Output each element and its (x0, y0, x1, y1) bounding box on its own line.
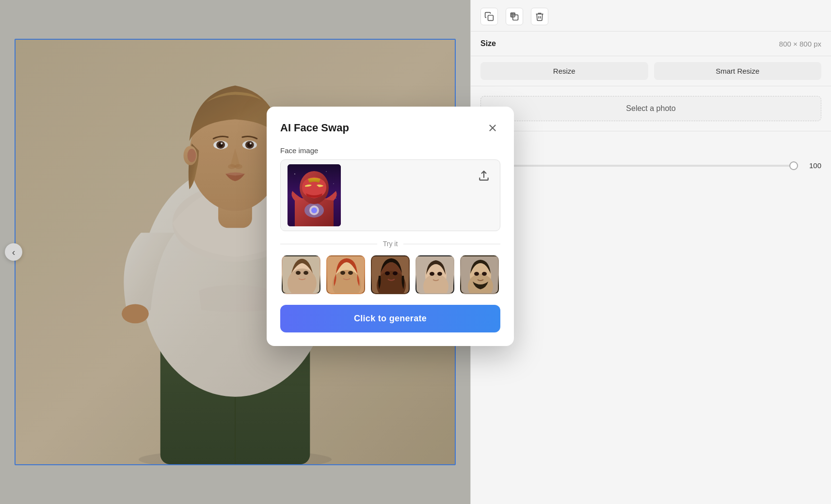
upload-icon-button[interactable] (475, 167, 493, 185)
size-row: Size 800 × 800 px (471, 32, 831, 56)
ai-face-swap-modal: AI Face Swap Face image (267, 107, 514, 346)
copy-button[interactable] (506, 8, 523, 25)
modal-close-button[interactable] (485, 120, 500, 136)
sample-face-5[interactable] (460, 255, 499, 294)
right-panel: Size 800 × 800 px Resize Smart Resize Se… (470, 0, 831, 504)
slider-track (480, 165, 798, 167)
size-value: 800 × 800 px (779, 40, 821, 48)
svg-point-38 (311, 207, 317, 213)
smart-resize-button[interactable]: Smart Resize (654, 62, 822, 80)
svg-rect-26 (513, 15, 518, 20)
delete-button[interactable] (531, 8, 548, 25)
svg-point-54 (385, 271, 390, 275)
sample-face-2[interactable] (326, 255, 365, 294)
generate-button[interactable]: Click to generate (280, 305, 500, 332)
sample-face-3[interactable] (371, 255, 410, 294)
divider-right (403, 244, 500, 244)
modal-title: AI Face Swap (280, 122, 349, 134)
face-image-label: Face image (280, 146, 500, 155)
toolbar (471, 0, 831, 32)
face-preview-image (288, 164, 341, 226)
slider-value: 100 (804, 161, 821, 170)
size-label: Size (480, 39, 496, 48)
try-it-divider: Try it (280, 240, 500, 248)
svg-point-31 (294, 173, 295, 174)
checkbox-row (471, 131, 831, 158)
resize-button[interactable]: Resize (480, 62, 648, 80)
try-it-label: Try it (383, 240, 398, 248)
sample-faces-container (280, 255, 500, 294)
resize-row: Resize Smart Resize (471, 56, 831, 86)
svg-point-59 (430, 272, 434, 276)
modal-header: AI Face Swap (280, 120, 500, 136)
select-photo-button[interactable]: Select a photo (480, 96, 821, 121)
svg-point-60 (437, 272, 442, 276)
svg-point-65 (482, 272, 487, 276)
slider-thumb[interactable] (789, 161, 798, 170)
sample-face-1[interactable] (282, 255, 320, 294)
svg-point-33 (333, 183, 334, 184)
svg-point-32 (326, 171, 327, 172)
divider-left (280, 244, 377, 244)
svg-point-50 (348, 271, 353, 275)
svg-point-44 (296, 271, 301, 275)
svg-point-55 (393, 271, 398, 275)
slider-row: 100 (471, 158, 831, 173)
svg-point-45 (304, 271, 308, 275)
svg-point-64 (474, 272, 479, 276)
select-photo-area: Select a photo (471, 86, 831, 131)
sample-face-4[interactable] (416, 255, 454, 294)
svg-rect-25 (488, 16, 494, 21)
svg-point-49 (340, 271, 345, 275)
svg-point-35 (336, 198, 336, 199)
copy-style-button[interactable] (480, 8, 498, 25)
face-image-upload-area[interactable] (280, 159, 500, 231)
